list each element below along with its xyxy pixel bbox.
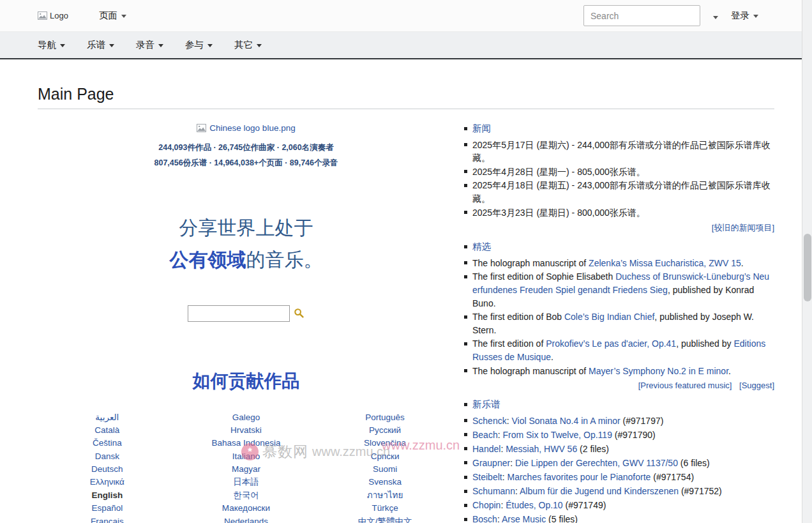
inline-link[interactable]: Chopin xyxy=(472,500,500,510)
inline-link[interactable]: Schumann xyxy=(472,486,515,496)
nav-item-scores[interactable]: 乐谱 xyxy=(87,39,114,51)
language-column-3: PortuguêsРусскийSlovenčinaСрпскиSuomiSve… xyxy=(315,411,455,523)
inline-link[interactable]: Bosch xyxy=(472,514,497,523)
inline-link[interactable]: Messiah, HWV 56 xyxy=(506,444,577,454)
inline-link[interactable]: Cole’s Big Indian Chief xyxy=(564,312,654,322)
inline-link[interactable]: Beach xyxy=(472,430,498,440)
inline-link[interactable]: Prokofiev’s Le pas d'acier, Op.41 xyxy=(546,338,676,349)
new-scores-header-link[interactable]: 新乐谱 xyxy=(472,399,500,409)
nav-item-recordings[interactable]: 录音 xyxy=(136,39,163,51)
page-title: Main Page xyxy=(38,85,774,109)
nav-item-navigation[interactable]: 导航 xyxy=(38,39,65,51)
language-link[interactable]: Magyar xyxy=(177,463,316,476)
language-link[interactable]: Српски xyxy=(315,450,455,463)
scrollbar-thumb[interactable] xyxy=(804,234,811,301)
language-link[interactable]: Suomi xyxy=(315,463,455,476)
language-link[interactable]: Português xyxy=(315,411,455,424)
list-item: Schumann: Album für die Jugend und Kinde… xyxy=(463,485,774,498)
main-logo-broken-image[interactable]: Chinese logo blue.png xyxy=(38,123,455,133)
language-link[interactable]: Bahasa Indonesia xyxy=(177,437,316,450)
language-link[interactable]: 中文/繁體中文 xyxy=(315,515,455,523)
news-header-item: 新闻 xyxy=(463,122,774,135)
text-segment: . xyxy=(741,258,744,268)
language-link[interactable]: 日本語 xyxy=(177,476,316,489)
language-link[interactable]: Galego xyxy=(177,411,316,424)
contribute-link[interactable]: 如何贡献作品 xyxy=(193,371,300,391)
language-link[interactable]: ภาษาไทย xyxy=(315,489,455,502)
inline-link[interactable]: Album für die Jugend und Kinderszenen xyxy=(520,486,679,496)
search-icon[interactable] xyxy=(294,308,304,319)
language-link[interactable]: Italiano xyxy=(177,450,316,463)
caret-down-icon xyxy=(753,15,758,18)
site-logo[interactable]: Logo xyxy=(38,11,99,20)
list-item: Steibelt: Marches favorites pour le Pian… xyxy=(463,471,774,484)
text-segment: : xyxy=(500,444,506,454)
list-item: The holograph manuscript of Zelenka’s Mi… xyxy=(463,257,774,270)
language-link[interactable]: Dansk xyxy=(38,450,177,463)
login-menu[interactable]: 登录 xyxy=(731,10,758,22)
language-link[interactable]: Svenska xyxy=(315,476,455,489)
search-options-button[interactable] xyxy=(710,8,721,24)
language-link[interactable]: Français xyxy=(38,515,177,523)
inline-link[interactable]: Steibelt xyxy=(472,472,502,482)
text-segment: , published by xyxy=(676,338,733,349)
search-input[interactable] xyxy=(583,5,700,26)
language-link[interactable]: Nederlands xyxy=(177,515,316,523)
list-item: 2025年4月18日 (星期五) - 243,000部有乐谱或分谱的作品已被国际… xyxy=(463,179,774,205)
language-column-1: العربيةCatalàČeštinaDanskDeutschΕλληνικά… xyxy=(38,411,177,523)
language-column-2: GalegoHrvatskiBahasa IndonesiaItalianoMa… xyxy=(177,411,316,523)
caret-down-icon xyxy=(257,44,262,47)
text-segment: (#971752) xyxy=(679,486,722,496)
inline-link[interactable]: From Six to Twelve, Op.119 xyxy=(502,430,612,440)
inline-link[interactable]: Marches favorites pour le Pianoforte xyxy=(507,472,650,482)
language-link[interactable]: العربية xyxy=(38,411,177,424)
language-link[interactable]: Čeština xyxy=(38,437,177,450)
nav-label: 其它 xyxy=(234,39,253,51)
language-link[interactable]: Македонски xyxy=(177,502,316,515)
new-scores-header-item: 新乐谱 xyxy=(463,398,774,411)
inline-link[interactable]: Arse Music xyxy=(502,514,546,523)
list-item: Chopin: Études, Op.10 (#971749) xyxy=(463,499,774,512)
inline-link[interactable]: Die Lippen der Gerechten, GWV 1137/50 xyxy=(515,458,678,468)
inline-link[interactable]: Viol Sonata No.4 in A minor xyxy=(511,416,620,426)
list-item: Handel: Messiah, HWV 56 (2 files) xyxy=(463,443,774,456)
inline-link[interactable]: Handel xyxy=(472,444,500,454)
text-segment: . xyxy=(728,366,731,376)
language-link[interactable]: Deutsch xyxy=(38,463,177,476)
news-section-header: 新闻 xyxy=(463,122,774,135)
language-link[interactable]: Türkçe xyxy=(315,502,455,515)
text-segment: (5 files) xyxy=(546,514,578,523)
nav-item-participate[interactable]: 参与 xyxy=(185,39,213,51)
list-item: The first edition of Prokofiev’s Le pas … xyxy=(463,337,774,363)
main-search-input[interactable] xyxy=(188,305,290,322)
suggest-link[interactable]: [Suggest] xyxy=(739,381,774,390)
public-domain-link[interactable]: 公有领域 xyxy=(170,249,246,270)
language-link[interactable]: Русский xyxy=(315,424,455,437)
list-item: Graupner: Die Lippen der Gerechten, GWV … xyxy=(463,457,774,470)
inline-link[interactable]: Graupner xyxy=(472,458,510,468)
inline-link[interactable]: Mayer’s Symphony No.2 in E minor xyxy=(589,366,728,376)
language-link[interactable]: Hrvatski xyxy=(177,424,316,437)
featured-list: The holograph manuscript of Zelenka’s Mi… xyxy=(463,257,774,377)
inline-link[interactable]: Études, Op.10 xyxy=(506,500,563,510)
language-link[interactable]: 한국어 xyxy=(177,489,316,502)
nav-item-other[interactable]: 其它 xyxy=(234,39,262,51)
older-news-row: [较旧的新闻项目] xyxy=(463,222,774,234)
page-menu[interactable]: 页面 xyxy=(99,10,126,22)
caret-down-icon xyxy=(121,15,126,18)
older-news-link[interactable]: [较旧的新闻项目] xyxy=(712,223,774,232)
language-link[interactable]: Català xyxy=(38,424,177,437)
new-scores-section-header: 新乐谱 xyxy=(463,398,774,411)
news-header-link[interactable]: 新闻 xyxy=(472,123,491,133)
scrollbar[interactable] xyxy=(802,0,812,523)
inline-link[interactable]: Zelenka’s Missa Eucharistica, ZWV 15 xyxy=(589,258,741,268)
site-statistics: 244,093件作品 · 26,745位作曲家 · 2,060名演奏者 807,… xyxy=(38,140,455,171)
inline-link[interactable]: Schenck xyxy=(472,416,507,426)
previous-featured-link[interactable]: [Previous featured music] xyxy=(638,381,732,390)
text-segment: (#971749) xyxy=(563,500,606,510)
language-link[interactable]: Slovenčina xyxy=(315,437,455,450)
language-link[interactable]: Ελληνικά xyxy=(38,476,177,489)
language-link[interactable]: Español xyxy=(38,502,177,515)
featured-header-link[interactable]: 精选 xyxy=(472,241,491,252)
nav-label: 录音 xyxy=(136,39,154,51)
